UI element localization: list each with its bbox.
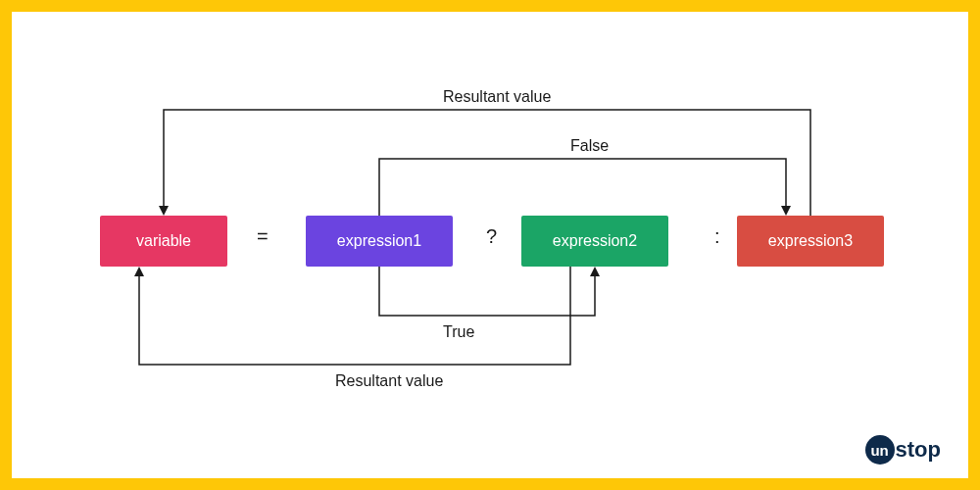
logo-text: stop <box>896 437 941 463</box>
expression3-box: expression3 <box>737 216 884 267</box>
unstop-logo: unstop <box>865 435 941 465</box>
colon-operator: : <box>714 225 720 248</box>
svg-marker-1 <box>781 206 791 216</box>
ternary-operator-diagram: variable expression1 expression2 express… <box>12 12 968 478</box>
svg-marker-0 <box>159 206 169 216</box>
svg-marker-3 <box>134 267 144 276</box>
true-label: True <box>443 323 474 341</box>
expression2-box: expression2 <box>521 216 668 267</box>
false-label: False <box>570 137 609 155</box>
expression1-box: expression1 <box>306 216 453 267</box>
equals-operator: = <box>257 225 269 248</box>
question-operator: ? <box>486 225 497 248</box>
variable-box: variable <box>100 216 227 267</box>
resultant-value-top-label: Resultant value <box>443 88 551 106</box>
resultant-value-bottom-label: Resultant value <box>335 372 443 390</box>
logo-circle: un <box>865 435 895 465</box>
svg-marker-2 <box>590 267 600 276</box>
